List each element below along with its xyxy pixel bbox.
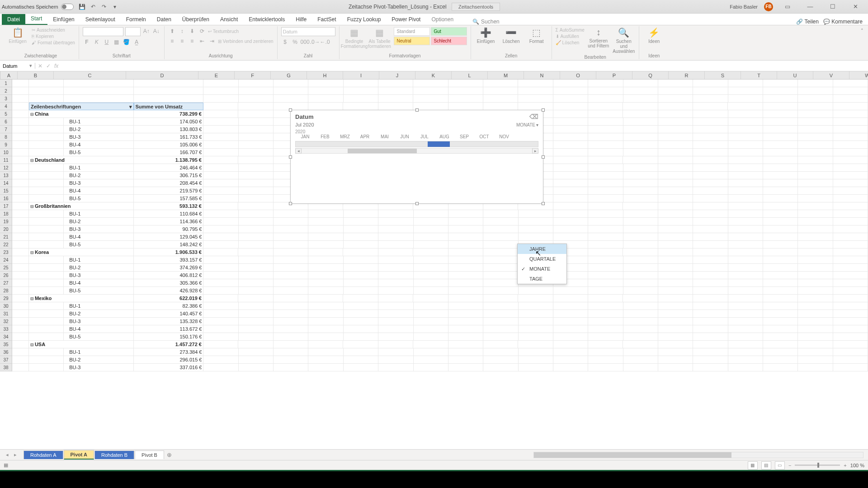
cell[interactable] xyxy=(623,356,658,364)
cell[interactable] xyxy=(693,87,728,95)
cell[interactable] xyxy=(274,264,308,272)
tab-help[interactable]: Hilfe xyxy=(290,14,312,25)
cell[interactable] xyxy=(344,356,378,364)
cell[interactable] xyxy=(414,318,448,325)
cell[interactable] xyxy=(378,341,413,348)
cell[interactable] xyxy=(64,87,133,95)
cell[interactable] xyxy=(658,195,693,202)
tab-start[interactable]: Start xyxy=(25,13,47,25)
cell[interactable] xyxy=(728,202,763,210)
cell[interactable] xyxy=(588,241,623,249)
cell[interactable] xyxy=(623,141,658,149)
cell[interactable] xyxy=(763,179,798,187)
cell[interactable] xyxy=(763,287,798,295)
view-break-icon[interactable]: ▭ xyxy=(775,461,785,469)
row-header[interactable]: 31 xyxy=(0,310,12,318)
cell[interactable] xyxy=(308,249,343,256)
search-box[interactable]: 🔍 Suchen xyxy=(472,19,500,25)
col-header[interactable]: H xyxy=(307,71,343,79)
timeline-slicer[interactable]: Datum ⌫ Jul 2020 MONATE ▾ 2020 JANFEBMRZ… xyxy=(290,110,543,204)
cell[interactable] xyxy=(798,187,833,195)
cell[interactable]: BU-1 xyxy=(64,302,134,310)
fx-icon[interactable]: fx xyxy=(54,63,58,69)
cell[interactable] xyxy=(693,202,728,210)
cell[interactable] xyxy=(588,164,623,172)
cell[interactable] xyxy=(239,195,274,202)
cell[interactable] xyxy=(12,256,29,264)
cell[interactable] xyxy=(833,241,868,249)
cell[interactable] xyxy=(378,287,413,295)
col-header[interactable]: C xyxy=(54,71,126,79)
cell[interactable] xyxy=(763,348,798,356)
cell[interactable] xyxy=(728,103,763,110)
zoom-in-icon[interactable]: + xyxy=(844,463,846,468)
cell[interactable] xyxy=(728,333,763,341)
cell[interactable] xyxy=(483,348,518,356)
cell[interactable]: BU-1 xyxy=(64,164,134,172)
cell[interactable] xyxy=(203,87,238,95)
cell[interactable] xyxy=(553,310,588,318)
cell[interactable]: 90.795 € xyxy=(134,225,203,233)
col-header[interactable]: P xyxy=(596,71,632,79)
cell[interactable] xyxy=(693,103,728,110)
menu-monate[interactable]: MONATE xyxy=(518,264,566,274)
cell[interactable] xyxy=(274,333,308,341)
cell[interactable] xyxy=(728,287,763,295)
cell[interactable] xyxy=(29,187,64,195)
col-header[interactable]: R xyxy=(669,71,705,79)
format-cells-button[interactable]: ⬚Format xyxy=(525,27,548,44)
cell[interactable] xyxy=(274,318,308,325)
cell[interactable] xyxy=(64,95,133,103)
row-header[interactable]: 1 xyxy=(0,80,12,87)
cell[interactable] xyxy=(239,310,274,318)
cell[interactable] xyxy=(414,310,448,318)
row-header[interactable]: 5 xyxy=(0,110,12,118)
cell[interactable] xyxy=(134,87,203,95)
cell[interactable]: ⊟USA xyxy=(29,341,134,348)
cell[interactable]: 174.050 € xyxy=(134,118,203,126)
cell[interactable] xyxy=(623,179,658,187)
cell[interactable] xyxy=(414,256,448,264)
cell[interactable] xyxy=(12,356,29,364)
menu-jahre[interactable]: JAHRE xyxy=(518,244,566,254)
cell[interactable] xyxy=(448,325,483,333)
name-box[interactable]: Datum▾ xyxy=(0,63,35,69)
cell[interactable] xyxy=(378,325,413,333)
cell[interactable] xyxy=(483,318,518,325)
cell[interactable] xyxy=(833,156,868,164)
tab-options[interactable]: Optionen xyxy=(426,14,459,25)
cell[interactable] xyxy=(658,87,693,95)
row-header[interactable]: 18 xyxy=(0,210,12,218)
cell[interactable] xyxy=(833,256,868,264)
cell[interactable] xyxy=(798,156,833,164)
cell[interactable] xyxy=(519,310,553,318)
cell[interactable] xyxy=(483,87,518,95)
cell[interactable] xyxy=(483,80,518,87)
cell[interactable] xyxy=(833,95,868,103)
cell[interactable] xyxy=(12,164,29,172)
cell[interactable] xyxy=(448,87,483,95)
cell[interactable] xyxy=(833,302,868,310)
cell[interactable]: 208.454 € xyxy=(134,179,203,187)
cell[interactable] xyxy=(588,295,623,302)
tab-file[interactable]: Datei xyxy=(2,14,25,25)
sheet-tab-active[interactable]: Pivot A xyxy=(64,450,94,460)
cell[interactable] xyxy=(203,356,238,364)
cell[interactable] xyxy=(693,272,728,279)
cell[interactable] xyxy=(833,103,868,110)
cell[interactable] xyxy=(763,126,798,133)
cell[interactable] xyxy=(448,295,483,302)
cell[interactable]: 135.328 € xyxy=(134,318,203,325)
cell[interactable] xyxy=(728,279,763,287)
cell[interactable] xyxy=(308,95,343,103)
cell[interactable] xyxy=(763,210,798,218)
cell[interactable] xyxy=(274,302,308,310)
cell[interactable] xyxy=(29,95,64,103)
h-scroll-thumb[interactable] xyxy=(534,452,731,458)
cell[interactable] xyxy=(12,295,29,302)
cell[interactable] xyxy=(378,302,413,310)
cell[interactable] xyxy=(448,210,483,218)
cell[interactable] xyxy=(763,141,798,149)
cell[interactable] xyxy=(483,225,518,233)
cell[interactable] xyxy=(274,287,308,295)
